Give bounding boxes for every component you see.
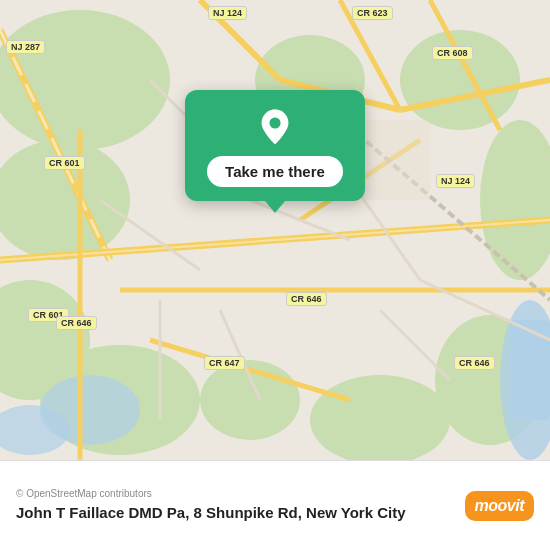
- road-label-cr646-center: CR 646: [286, 292, 327, 306]
- svg-point-5: [400, 30, 520, 130]
- info-bar: © OpenStreetMap contributors John T Fail…: [0, 460, 550, 550]
- map-attribution: © OpenStreetMap contributors: [16, 488, 453, 499]
- moovit-logo: moovit: [465, 491, 534, 521]
- road-label-nj124-right: NJ 124: [436, 174, 475, 188]
- place-name: John T Faillace DMD Pa, 8 Shunpike Rd, N…: [16, 503, 453, 523]
- popup-card: Take me there: [185, 90, 365, 201]
- location-pin-icon: [256, 108, 294, 146]
- road-label-cr646-left: CR 646: [56, 316, 97, 330]
- road-label-cr608: CR 608: [432, 46, 473, 60]
- road-label-nj287: NJ 287: [6, 40, 45, 54]
- road-label-cr647: CR 647: [204, 356, 245, 370]
- moovit-logo-text: moovit: [475, 497, 524, 515]
- road-label-cr623: CR 623: [352, 6, 393, 20]
- svg-point-39: [269, 118, 280, 129]
- take-me-there-button[interactable]: Take me there: [207, 156, 343, 187]
- road-label-cr646-right: CR 646: [454, 356, 495, 370]
- road-label-nj124-top: NJ 124: [208, 6, 247, 20]
- road-label-cr601-top: CR 601: [44, 156, 85, 170]
- info-text: © OpenStreetMap contributors John T Fail…: [16, 488, 453, 523]
- svg-rect-12: [510, 320, 550, 420]
- map-container: NJ 124 CR 623 CR 608 NJ 124 CR 601 CR 60…: [0, 0, 550, 460]
